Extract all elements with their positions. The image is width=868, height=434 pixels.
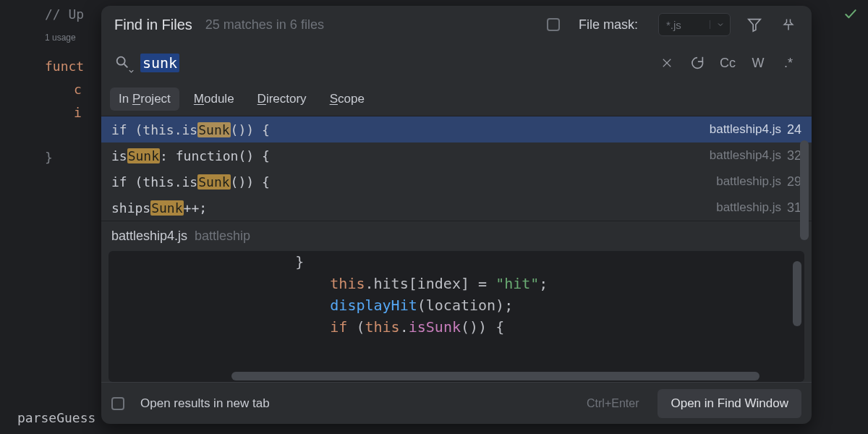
scope-tab[interactable]: Directory [249, 88, 315, 111]
preview-header: battleship4.js battleship [101, 221, 812, 251]
file-mask-dropdown[interactable] [710, 20, 730, 29]
pin-icon[interactable] [778, 14, 799, 35]
result-row[interactable]: shipsSunk++;battleship.js31 [101, 195, 812, 221]
bg-kw: funct [45, 59, 84, 74]
match-count: 25 matches in 6 files [205, 17, 324, 33]
search-history-icon[interactable] [687, 55, 707, 71]
file-mask-field[interactable]: *.js [658, 13, 731, 36]
shortcut-hint: Ctrl+Enter [587, 397, 639, 410]
result-snippet: if (this.isSunk()) { [111, 174, 716, 190]
preview-code: } this.hits[index] = "hit"; displayHit(l… [109, 251, 804, 338]
bg-bottom-symbol: parseGuess [17, 407, 95, 430]
search-value: sunk [140, 54, 179, 72]
result-file: battleship4.js [710, 148, 781, 163]
match-case-toggle[interactable]: Cc [718, 56, 738, 71]
open-new-tab-label: Open results in new tab [140, 396, 270, 411]
result-row[interactable]: if (this.isSunk()) {battleship4.js24 [101, 116, 812, 142]
result-line: 29 [787, 174, 801, 190]
svg-point-2 [117, 56, 125, 64]
result-snippet: shipsSunk++; [111, 200, 716, 216]
result-snippet: if (this.isSunk()) { [111, 122, 710, 137]
result-line: 32 [787, 148, 801, 163]
regex-toggle[interactable]: .* [778, 56, 799, 71]
scope-tab[interactable]: Module [185, 88, 243, 111]
preview-filename: battleship4.js [111, 229, 187, 244]
result-file: battleship.js [716, 200, 781, 215]
results-list: if (this.isSunk()) {battleship4.js24isSu… [101, 116, 812, 221]
open-new-tab-checkbox[interactable] [111, 397, 124, 410]
filter-icon[interactable] [744, 14, 765, 35]
search-input[interactable]: sunk [140, 54, 647, 72]
preview-project: battleship [195, 229, 250, 244]
scope-tab[interactable]: In Project [110, 88, 179, 111]
result-snippet: isSunk: function() { [111, 148, 710, 163]
result-file: battleship.js [716, 174, 781, 189]
search-icon[interactable] [114, 54, 130, 72]
whole-words-toggle[interactable]: W [748, 56, 768, 71]
inspection-ok-icon[interactable] [843, 7, 858, 24]
results-scrollbar[interactable] [800, 140, 809, 240]
open-in-find-window-button[interactable]: Open in Find Window [658, 389, 801, 418]
preview-scrollbar-vertical[interactable] [793, 261, 801, 326]
file-mask-value: *.js [659, 19, 710, 31]
preview-scrollbar-horizontal[interactable] [231, 372, 760, 380]
result-row[interactable]: if (this.isSunk()) {battleship.js29 [101, 169, 812, 195]
dialog-footer: Open results in new tab Ctrl+Enter Open … [101, 382, 812, 424]
search-row: sunk Cc W .* [101, 43, 812, 82]
result-row[interactable]: isSunk: function() {battleship4.js32 [101, 142, 812, 169]
preview-pane[interactable]: } this.hits[index] = "hit"; displayHit(l… [109, 251, 804, 382]
file-mask-checkbox[interactable] [547, 18, 560, 31]
result-line: 31 [787, 200, 801, 216]
dialog-titlebar: Find in Files 25 matches in 6 files File… [101, 6, 812, 43]
scope-tab[interactable]: Scope [321, 88, 373, 111]
clear-search-icon[interactable] [657, 56, 677, 69]
result-file: battleship4.js [710, 122, 781, 137]
svg-marker-0 [749, 20, 761, 31]
file-mask-label: File mask: [579, 17, 638, 33]
find-in-files-dialog: Find in Files 25 matches in 6 files File… [101, 6, 812, 424]
result-line: 24 [787, 122, 801, 137]
scope-tabs: In ProjectModuleDirectoryScope [101, 82, 812, 116]
dialog-title: Find in Files [114, 17, 192, 33]
